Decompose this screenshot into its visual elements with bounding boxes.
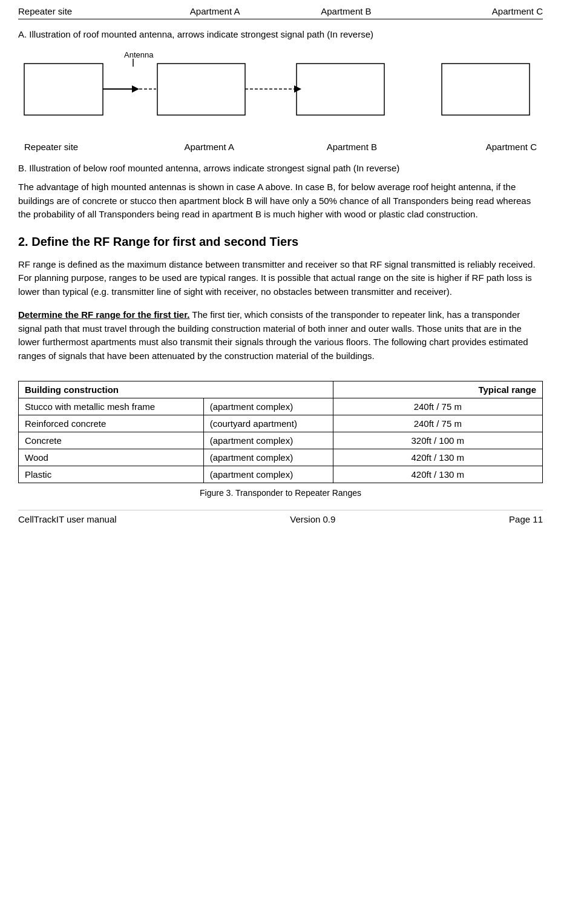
body-para-1: The advantage of high mounted antennas i… [18,180,543,222]
section-b-title: B. Illustration of below roof mounted an… [18,162,543,174]
table-row: Concrete(apartment complex)320ft / 100 m [19,432,543,449]
header-row: Repeater site Apartment A Apartment B Ap… [18,6,543,19]
table-cell-type: (apartment complex) [203,466,333,483]
table-cell-construction: Wood [19,449,204,466]
table-cell-range: 420ft / 130 m [333,466,542,483]
footer-left: CellTrackIT user manual [18,514,117,524]
underline-text: Determine the RF range for the first tie… [18,309,189,320]
svg-rect-2 [297,64,384,115]
table-cell-type: (apartment complex) [203,432,333,449]
table-row: Reinforced concrete(courtyard apartment)… [19,415,543,432]
section2-para1: RF range is defined as the maximum dista… [18,258,543,299]
header-col3: Apartment B [281,6,412,16]
table-header-range: Typical range [333,381,542,398]
table-cell-type: (apartment complex) [203,449,333,466]
diagram-container: Antenna [18,45,543,139]
svg-marker-6 [132,85,139,93]
diagram-label-2: Apartment A [167,142,252,152]
svg-rect-1 [157,64,245,115]
table-cell-range: 240ft / 75 m [333,398,542,415]
svg-rect-3 [442,64,530,115]
diagram-label-3: Apartment B [309,142,394,152]
header-col4: Apartment C [412,6,543,16]
table-header-construction: Building construction [19,381,333,398]
table-cell-type: (apartment complex) [203,398,333,415]
svg-rect-0 [24,64,103,115]
figure-caption: Figure 3. Transponder to Repeater Ranges [18,488,543,498]
table-cell-construction: Stucco with metallic mesh frame [19,398,204,415]
table-row: Wood(apartment complex)420ft / 130 m [19,449,543,466]
header-col1: Repeater site [18,6,149,16]
table-row: Plastic(apartment complex)420ft / 130 m [19,466,543,483]
section2-para2: Determine the RF range for the first tie… [18,308,543,363]
table-cell-range: 240ft / 75 m [333,415,542,432]
diagram-label-4: Apartment C [452,142,537,152]
footer-center: Version 0.9 [290,514,335,524]
diagram-label-1: Repeater site [24,142,109,152]
table-cell-range: 420ft / 130 m [333,449,542,466]
section-2-heading: 2. Define the RF Range for first and sec… [18,234,543,249]
table-cell-type: (courtyard apartment) [203,415,333,432]
table-cell-construction: Concrete [19,432,204,449]
diagram-labels: Repeater site Apartment A Apartment B Ap… [18,142,543,152]
table-row: Stucco with metallic mesh frame(apartmen… [19,398,543,415]
header-col2: Apartment A [149,6,281,16]
table-cell-range: 320ft / 100 m [333,432,542,449]
footer-right: Page 11 [509,514,543,524]
page: Repeater site Apartment A Apartment B Ap… [0,0,561,924]
data-table: Building construction Typical range Stuc… [18,381,543,483]
footer: CellTrackIT user manual Version 0.9 Page… [18,510,543,524]
table-cell-construction: Plastic [19,466,204,483]
diagram-svg [18,45,543,124]
section-a-title: A. Illustration of roof mounted antenna,… [18,28,543,41]
table-cell-construction: Reinforced concrete [19,415,204,432]
